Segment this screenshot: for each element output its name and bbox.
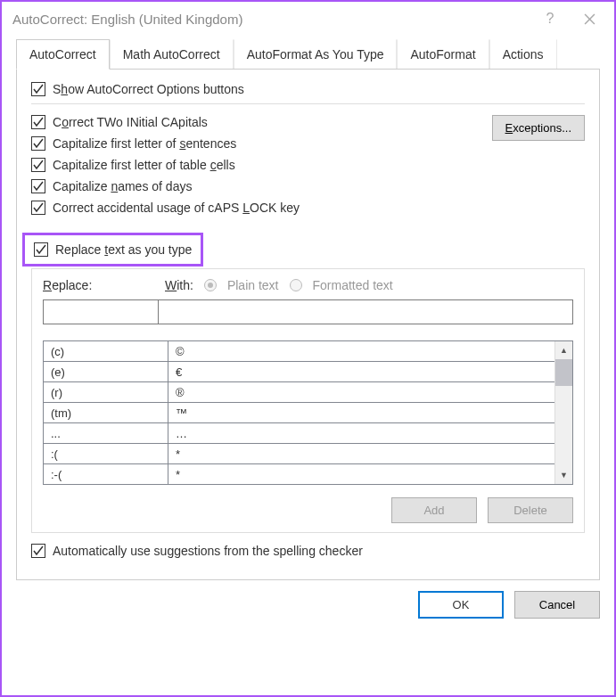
window-title: AutoCorrect: English (United Kingdom) [12,12,530,27]
exceptions-button[interactable]: Exceptions... [492,115,585,141]
delete-button[interactable]: Delete [488,497,573,523]
checkbox-auto-suggestions[interactable] [31,544,45,558]
with-label: With: [165,278,193,292]
add-button[interactable]: Add [391,497,477,523]
tab-strip: AutoCorrect Math AutoCorrect AutoFormat … [16,39,600,70]
checkbox-table-cells[interactable] [31,158,45,172]
checkbox-days[interactable] [31,179,45,193]
label-auto-suggestions: Automatically use suggestions from the s… [53,544,363,558]
label-first-sentence: Capitalize first letter of sentences [53,136,236,151]
titlebar: AutoCorrect: English (United Kingdom) ? [2,2,614,36]
label-show-options: Show AutoCorrect Options buttons [53,82,244,96]
label-replace-text: Replace text as you type [55,242,192,257]
checkbox-replace-text[interactable] [34,242,48,257]
checkbox-two-initial-caps[interactable] [31,115,45,129]
scroll-thumb[interactable] [555,359,572,386]
label-table-cells: Capitalize first letter of table cells [53,158,235,172]
table-row[interactable]: (tm)™ [44,403,554,423]
radio-plain-text [204,279,217,291]
label-caps-lock: Correct accidental usage of cAPS LOCK ke… [53,201,300,215]
table-row[interactable]: (r)® [44,382,554,403]
replace-subpanel: Replace: With: Plain text Formatted text… [31,268,585,533]
table-row[interactable]: ...… [44,423,554,444]
highlighted-replace-option: Replace text as you type [22,233,203,266]
scroll-track[interactable] [555,386,572,466]
checkbox-caps-lock[interactable] [31,201,45,215]
tab-actions[interactable]: Actions [489,39,557,69]
table-row[interactable]: :(* [44,444,554,464]
tab-autoformat[interactable]: AutoFormat [397,39,489,69]
label-two-initial-caps: Correct TWo INitial CApitals [53,115,208,129]
table-row[interactable]: (c)© [44,341,554,362]
replace-input[interactable] [43,299,159,324]
radio-formatted-text [290,279,302,291]
scroll-down-icon[interactable]: ▼ [555,466,572,484]
replacements-table[interactable]: (c)© (e)€ (r)® (tm)™ ...… :(* :-(* ▲ ▼ [43,340,573,485]
tab-math-autocorrect[interactable]: Math AutoCorrect [110,39,234,69]
tab-panel: Show AutoCorrect Options buttons Correct… [16,70,600,580]
cancel-button[interactable]: Cancel [514,591,600,619]
radio-formatted-text-label: Formatted text [313,278,393,292]
radio-plain-text-label: Plain text [227,278,279,292]
with-input[interactable] [159,299,573,324]
table-row[interactable]: (e)€ [44,362,554,382]
tab-autoformat-typing[interactable]: AutoFormat As You Type [234,39,398,69]
tab-autocorrect[interactable]: AutoCorrect [16,39,110,70]
label-days: Capitalize names of days [53,179,192,193]
close-button[interactable] [570,4,609,33]
checkbox-show-options[interactable] [31,82,45,96]
scroll-up-icon[interactable]: ▲ [555,341,572,359]
ok-button[interactable]: OK [418,591,504,619]
replace-label: Replace: [43,278,154,292]
table-row[interactable]: :-(* [44,464,554,484]
help-button[interactable]: ? [530,4,570,33]
checkbox-first-sentence[interactable] [31,136,45,151]
scrollbar[interactable]: ▲ ▼ [554,341,572,484]
